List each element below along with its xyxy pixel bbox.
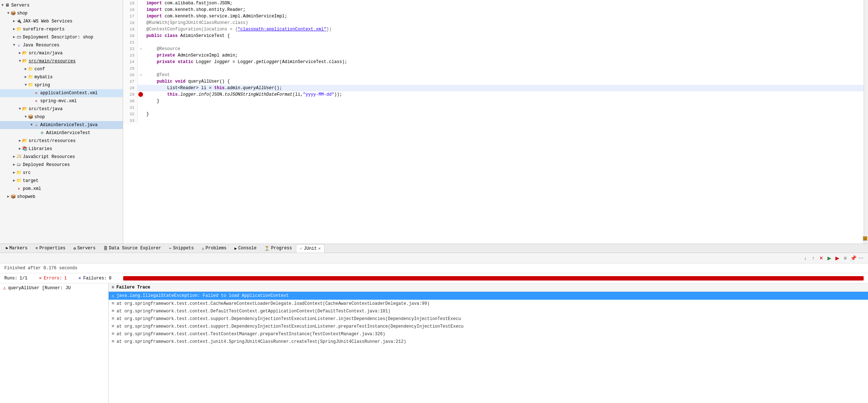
folder-icon: 📁 [28, 66, 33, 72]
expand-arrow: ▼ [1, 2, 4, 9]
sidebar-item-src-test-java[interactable]: ▼ 📂 src/test/java [0, 105, 123, 113]
sidebar-item-adminservicetest-java[interactable]: ▼ ☕ AdiminServiceTest.java [0, 121, 123, 129]
trace-item-6[interactable]: ≡ at org.springframework.test.context.ju… [109, 338, 868, 345]
sidebar-item-conf[interactable]: ▶ 📁 conf [0, 65, 123, 73]
editor-scrollbar[interactable]: ⚠ [864, 0, 868, 244]
sidebar-item-target[interactable]: ▶ 📁 target [0, 177, 123, 185]
line-marker [138, 20, 143, 26]
expand-arrow: ▶ [25, 74, 27, 80]
sidebar-item-label: spring-mvc.xml [40, 98, 77, 104]
line-marker: ◁ [138, 46, 143, 52]
junit-main: ⚠ queryAllUser [Runner: JU ≡ Failure Tra… [0, 283, 868, 403]
failures-value: 0 [109, 276, 112, 281]
tab-properties[interactable]: ≡ Properties [32, 244, 70, 253]
line-marker: ⬤ [138, 91, 143, 98]
errors-value: 1 [64, 276, 67, 281]
stop-button[interactable]: ✕ [818, 254, 825, 262]
line-content: } [143, 98, 159, 104]
tab-console[interactable]: ▶ Console [230, 244, 260, 253]
bottom-panel: ⚑ Markers ≡ Properties ⚙ Servers 🗄 Data … [0, 244, 868, 403]
line-marker [138, 7, 143, 13]
folder-icon: 📁 [28, 74, 33, 80]
trace-item-0[interactable]: ⚠ java.lang.IllegalStateException: Faile… [109, 292, 868, 300]
folder-icon: 📁 [28, 82, 33, 88]
line-number: 33 [123, 117, 138, 124]
tab-label: Progress [271, 246, 292, 251]
expand-arrow: ▶ [13, 170, 15, 176]
line-content: private AdminServiceImpl admin; [143, 52, 238, 59]
rerun-failed-button[interactable]: ▶ [834, 254, 841, 262]
code-editor[interactable]: 15 import com.alibaba.fastjson.JSON; 16 … [123, 0, 864, 244]
expand-arrow: ▼ [30, 122, 33, 128]
nav-prev-button[interactable]: ↑ [810, 254, 817, 262]
sidebar-item-label: JavaScript Resources [23, 154, 75, 160]
sidebar-item-shop-test[interactable]: ▼ 📦 shop [0, 113, 123, 121]
trace-item-3[interactable]: ≡ at org.springframework.test.context.su… [109, 315, 868, 323]
sidebar-item-jaxws[interactable]: ▶ 🔌 JAX-WS Web Services [0, 17, 123, 25]
sidebar-item-src-test-resources[interactable]: ▶ 📂 src/test/resources [0, 137, 123, 145]
trace-text: at org.springframework.test.context.Cach… [117, 301, 430, 306]
sidebar-item-shopweb[interactable]: ▶ 📦 shopweb [0, 193, 123, 201]
folder-icon: 📁 [16, 170, 22, 176]
trace-item-5[interactable]: ≡ at org.springframework.test.context.Te… [109, 330, 868, 338]
nav-next-button[interactable]: ↓ [802, 254, 809, 262]
tab-datasource[interactable]: 🗄 Data Source Explorer [100, 244, 165, 253]
tab-markers[interactable]: ⚑ Markers [1, 244, 32, 253]
code-line-22: 22 ◁ @Resource [123, 46, 864, 52]
errors-stat: ✕ Errors: 1 [39, 275, 67, 281]
package-icon: 📦 [28, 114, 33, 120]
sidebar-item-label: src [23, 170, 31, 176]
tab-junit[interactable]: ✓ JUnit ✕ [296, 244, 325, 253]
line-content: } [143, 111, 149, 117]
tab-close-icon[interactable]: ✕ [318, 246, 321, 251]
sidebar-item-spring-mvc[interactable]: ▶ ✕ spring-mvc.xml [0, 97, 123, 105]
sidebar-item-javascript[interactable]: ▶ JS JavaScript Resources [0, 153, 123, 161]
sidebar-item-libraries[interactable]: ▶ 📚 Libraries [0, 145, 123, 153]
sidebar-item-adminservicetest-class[interactable]: ▶ ⚙ AdiminServiceTest [0, 129, 123, 137]
sidebar-item-src-main-resources[interactable]: ▼ 📂 src/main/resources [0, 57, 123, 65]
expand-arrow: ▼ [19, 58, 21, 65]
history-button[interactable]: ≡ [842, 254, 849, 262]
line-content: import com.kenneth.shop.service.impl.Adm… [143, 13, 287, 20]
line-content: import com.kenneth.shop.entity.Reader; [143, 7, 246, 13]
line-number: 31 [123, 104, 138, 111]
expand-arrow: ▶ [13, 154, 15, 160]
sidebar-item-deployed-resources[interactable]: ▶ 🗂 Deployed Resources [0, 161, 123, 169]
trace-stack-icon: ≡ [112, 339, 114, 344]
expand-arrow: ▶ [19, 50, 21, 57]
trace-item-4[interactable]: ≡ at org.springframework.test.context.su… [109, 323, 868, 330]
trace-stack-icon: ≡ [112, 331, 114, 337]
sidebar-item-label: pom.xml [23, 186, 41, 192]
line-number: 32 [123, 111, 138, 117]
sidebar-item-src-main-java[interactable]: ▶ 📂 src/main/java [0, 49, 123, 57]
sidebar-item-spring[interactable]: ▼ 📁 spring [0, 81, 123, 89]
tab-progress[interactable]: ⏳ Progress [260, 244, 296, 253]
rerun-button[interactable]: ▶ [826, 254, 833, 262]
more-button[interactable]: ⋯ [857, 254, 865, 262]
sidebar-item-src[interactable]: ▶ 📁 src [0, 169, 123, 177]
tab-snippets[interactable]: ✂ Snippets [165, 244, 198, 253]
list-icon: ≡ [112, 285, 114, 290]
expand-arrow: ▼ [19, 106, 21, 112]
tab-servers[interactable]: ⚙ Servers [70, 244, 100, 253]
sidebar-item-shop[interactable]: ▼ 📦 shop [0, 9, 123, 17]
line-number: 17 [123, 13, 138, 20]
sidebar-item-pom[interactable]: ▶ ✕ pom.xml [0, 185, 123, 193]
tab-problems[interactable]: ⚠ Problems [198, 244, 230, 253]
trace-item-2[interactable]: ≡ at org.springframework.test.context.De… [109, 307, 868, 315]
code-line-17: 17 import com.kenneth.shop.service.impl.… [123, 13, 864, 20]
sidebar-item-servers[interactable]: ▼ 🖥 Servers [0, 1, 123, 9]
line-marker [138, 65, 143, 72]
sidebar-item-java-resources[interactable]: ▼ ☕ Java Resources [0, 41, 123, 49]
sidebar-item-applicationcontext[interactable]: ▶ ✕ applicationContext.xml [0, 89, 123, 97]
sidebar-item-mybatis[interactable]: ▶ 📁 mybatis [0, 73, 123, 81]
src-folder-icon: 📂 [22, 50, 28, 56]
junit-tab-icon: ✓ [300, 246, 302, 251]
test-item-queryalluser[interactable]: ⚠ queryAllUser [Runner: JU [0, 283, 108, 292]
trace-item-1[interactable]: ≡ at org.springframework.test.context.Ca… [109, 300, 868, 307]
failure-trace-panel: ≡ Failure Trace ⚠ java.lang.IllegalState… [109, 283, 868, 403]
sidebar-item-deployment[interactable]: ▶ 🗃 Deployment Descriptor: shop [0, 33, 123, 41]
test-error-icon: ⚠ [3, 285, 6, 291]
sidebar-item-surefire[interactable]: ▶ 📁 surefire-reports [0, 25, 123, 33]
pin-button[interactable]: 📌 [850, 254, 857, 262]
